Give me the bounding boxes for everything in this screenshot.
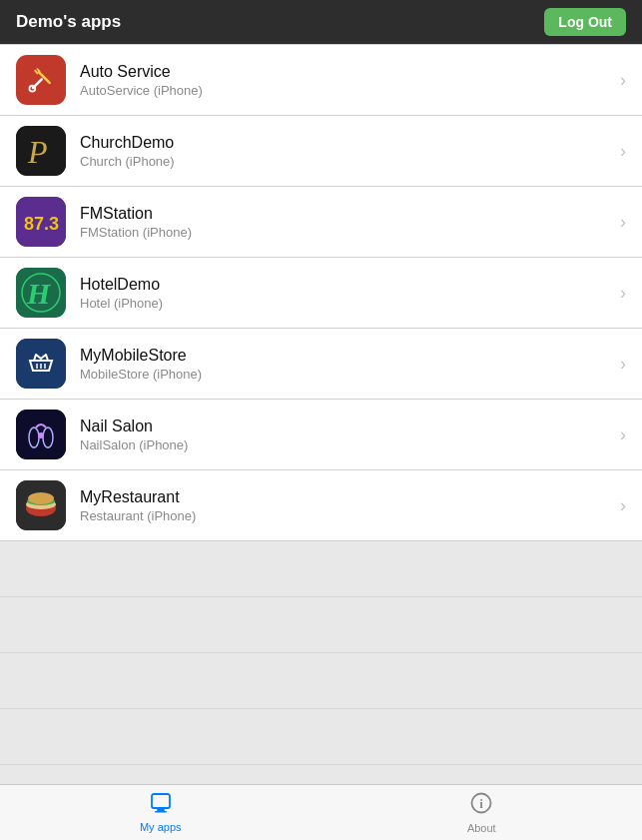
svg-text:87.3: 87.3 [24,214,59,234]
empty-row [0,597,642,653]
app-info: FMStationFMStation (iPhone) [80,205,612,240]
app-subtitle: Restaurant (iPhone) [80,508,612,523]
app-subtitle: FMStation (iPhone) [80,225,612,240]
app-name: MyRestaurant [80,488,612,506]
app-list-item[interactable]: 87.3 FMStationFMStation (iPhone)› [0,187,642,258]
app-info: MyMobileStoreMobileStore (iPhone) [80,347,612,382]
app-icon-hoteldemo: H [16,268,66,318]
chevron-right-icon: › [620,212,626,233]
app-subtitle: Church (iPhone) [80,154,612,169]
tab-about[interactable]: i About [321,785,643,840]
app-info: Auto ServiceAutoService (iPhone) [80,63,612,98]
app-name: MyMobileStore [80,347,612,365]
about-icon: i [470,792,492,820]
svg-rect-26 [152,794,170,808]
app-icon-churchdemo: P [16,126,66,176]
app-icon-nailsalon [16,410,66,459]
svg-text:H: H [26,277,52,310]
app-info: MyRestaurantRestaurant (iPhone) [80,488,612,523]
my-apps-icon [149,793,173,819]
app-info: Nail SalonNailSalon (iPhone) [80,418,612,452]
app-subtitle: NailSalon (iPhone) [80,437,612,452]
app-list-item[interactable]: MyRestaurantRestaurant (iPhone)› [0,470,642,541]
tab-my-apps-label: My apps [140,821,182,833]
app-list: Auto ServiceAutoService (iPhone)› P Chur… [0,44,642,821]
app-name: ChurchDemo [80,134,612,152]
logout-button[interactable]: Log Out [544,8,626,36]
empty-row [0,541,642,597]
app-header: Demo's apps Log Out [0,0,642,44]
app-info: ChurchDemoChurch (iPhone) [80,134,612,169]
app-name: Nail Salon [80,418,612,435]
app-name: HotelDemo [80,276,612,294]
chevron-right-icon: › [620,70,626,91]
app-info: HotelDemoHotel (iPhone) [80,276,612,311]
app-icon-fmstation: 87.3 [16,197,66,247]
chevron-right-icon: › [620,283,626,304]
svg-text:P: P [27,134,48,170]
app-icon-autoservice [16,55,66,105]
chevron-right-icon: › [620,424,626,445]
tab-bar: My apps i About [0,784,642,840]
svg-point-25 [28,492,54,504]
svg-rect-28 [155,811,167,813]
app-list-item[interactable]: P ChurchDemoChurch (iPhone)› [0,116,642,187]
app-subtitle: AutoService (iPhone) [80,83,612,98]
app-icon-myrestaurant [16,480,66,530]
app-name: Auto Service [80,63,612,81]
chevron-right-icon: › [620,495,626,516]
app-list-item[interactable]: H HotelDemoHotel (iPhone)› [0,258,642,329]
empty-row [0,709,642,765]
svg-text:i: i [479,795,483,810]
app-list-item[interactable]: Auto ServiceAutoService (iPhone)› [0,44,642,116]
app-list-item[interactable]: MyMobileStoreMobileStore (iPhone)› [0,329,642,400]
app-subtitle: MobileStore (iPhone) [80,367,612,382]
svg-point-20 [38,432,44,438]
tab-about-label: About [467,822,496,834]
app-subtitle: Hotel (iPhone) [80,296,612,311]
tab-my-apps[interactable]: My apps [0,785,321,840]
chevron-right-icon: › [620,354,626,375]
header-title: Demo's apps [16,12,121,32]
app-name: FMStation [80,205,612,223]
svg-rect-27 [157,809,165,811]
app-list-item[interactable]: Nail SalonNailSalon (iPhone)› [0,400,642,470]
chevron-right-icon: › [620,141,626,162]
app-icon-mymobilestore [16,339,66,389]
empty-row [0,653,642,709]
